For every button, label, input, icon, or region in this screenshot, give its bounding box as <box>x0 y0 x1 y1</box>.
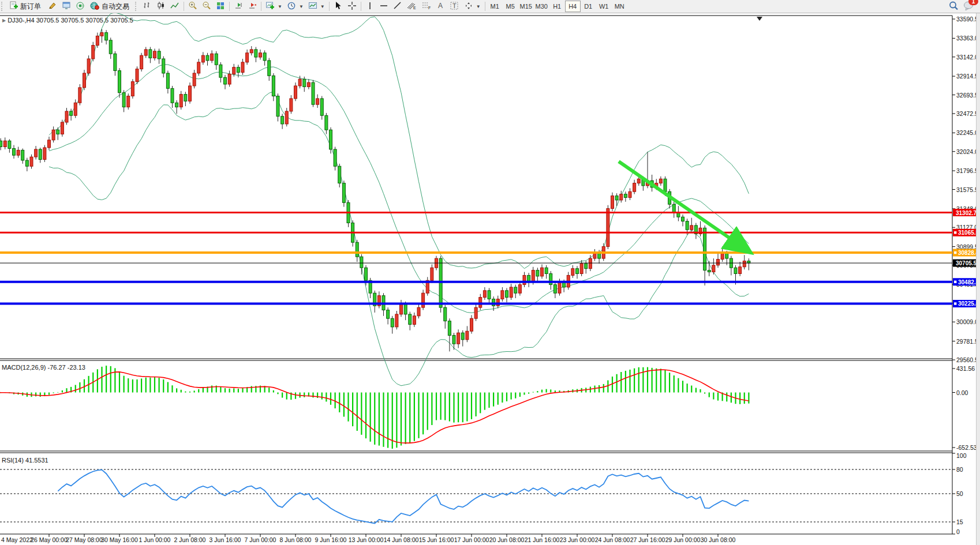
svg-text:33363.0: 33363.0 <box>956 35 978 42</box>
timeframe-group: M1M5M15M30H1H4D1W1MN <box>487 1 627 12</box>
chart-shift-button[interactable] <box>245 1 259 12</box>
terminal-button[interactable] <box>59 1 73 12</box>
toolbar-separator <box>261 2 261 11</box>
chart-symbol-title: ▶ DJ30-,H4 30705.5 30705.5 30705.5 30705… <box>2 17 133 24</box>
auto-trading-button[interactable]: 自动交易 <box>87 1 134 12</box>
zoom-out-button[interactable] <box>200 1 214 12</box>
toolbar-separator <box>229 2 230 11</box>
timeframe-button-h1[interactable]: H1 <box>549 1 565 12</box>
toolbar-grip <box>135 2 139 11</box>
svg-text:9 Jun 16:00: 9 Jun 16:00 <box>315 536 347 543</box>
cursor-button[interactable] <box>331 1 345 12</box>
timeframe-button-w1[interactable]: W1 <box>596 1 612 12</box>
svg-text:1 Jun 00:00: 1 Jun 00:00 <box>139 536 171 543</box>
svg-text:32024.0: 32024.0 <box>956 148 978 155</box>
arrows-icon <box>464 1 473 12</box>
svg-text:30 May 16:00: 30 May 16:00 <box>101 536 138 543</box>
trendline-icon <box>393 1 402 12</box>
svg-text:A: A <box>438 2 443 10</box>
svg-text:20 Jun 08:00: 20 Jun 08:00 <box>489 536 525 543</box>
horizontal-line-icon <box>379 1 388 12</box>
svg-text:32245.0: 32245.0 <box>956 129 978 136</box>
auto-trading-label: 自动交易 <box>102 2 129 12</box>
svg-text:80: 80 <box>956 466 963 473</box>
chart-shift-icon <box>248 1 257 12</box>
chart-title-text: DJ30-,H4 30705.5 30705.5 30705.5 30705.5 <box>8 17 133 24</box>
svg-text:E: E <box>413 6 416 10</box>
svg-text:2 Jun 08:00: 2 Jun 08:00 <box>174 536 206 543</box>
brush-icon <box>48 1 57 12</box>
svg-text:27 May 08:00: 27 May 08:00 <box>66 536 103 543</box>
svg-text:29560.5: 29560.5 <box>956 356 978 363</box>
templates-dropdown[interactable]: ▼ <box>306 1 327 12</box>
toolbar-separator <box>184 2 184 11</box>
svg-text:24 Jun 08:00: 24 Jun 08:00 <box>595 536 630 543</box>
timeframe-button-m1[interactable]: M1 <box>487 1 503 12</box>
svg-text:33142.0: 33142.0 <box>956 54 978 61</box>
svg-text:4 May 2022: 4 May 2022 <box>1 536 33 543</box>
auto-scroll-icon <box>234 1 243 12</box>
svg-text:-652.53: -652.53 <box>956 444 977 451</box>
signals-icon <box>76 1 85 12</box>
bar-chart-button[interactable] <box>140 1 154 12</box>
line-chart-button[interactable] <box>168 1 182 12</box>
fibonacci-button[interactable]: F <box>419 1 433 12</box>
timeframe-button-m5[interactable]: M5 <box>503 1 518 12</box>
vertical-scrollbar[interactable] <box>976 13 980 545</box>
signals-button[interactable] <box>73 1 87 12</box>
cursor-icon <box>334 1 343 12</box>
svg-text:32693.5: 32693.5 <box>956 92 978 99</box>
new-order-button[interactable]: 新订单 <box>6 1 46 12</box>
one-click-trading-arrow[interactable]: ▶ <box>2 18 6 23</box>
toolbar-separator <box>485 2 485 11</box>
toolbar-separator <box>361 2 361 11</box>
svg-text:0.00: 0.00 <box>956 389 968 396</box>
mt4-window: 新订单 自动交易 <box>0 0 980 545</box>
new-chart-dropdown[interactable]: ▼ <box>263 1 285 12</box>
period-dropdown[interactable]: ▼ <box>285 1 306 12</box>
equidistant-channel-button[interactable]: E <box>405 1 419 12</box>
price-chart-canvas[interactable]: 33590.533363.033142.032914.532693.532472… <box>0 13 980 545</box>
auto-scroll-button[interactable] <box>231 1 245 12</box>
timeframe-button-m30[interactable]: M30 <box>534 1 549 12</box>
text-button[interactable]: A <box>433 1 447 12</box>
svg-text:50: 50 <box>956 490 963 497</box>
notifications-button[interactable]: 1 <box>963 1 974 12</box>
timeframe-button-h4[interactable]: H4 <box>565 1 581 12</box>
auto-trading-icon <box>90 1 99 12</box>
brush-button[interactable] <box>46 1 59 12</box>
svg-text:431.56: 431.56 <box>956 365 975 372</box>
svg-text:30 Jun 08:00: 30 Jun 08:00 <box>701 536 736 543</box>
zoom-in-button[interactable] <box>186 1 200 12</box>
svg-text:29 Jun 00:00: 29 Jun 00:00 <box>665 536 701 543</box>
svg-text:32472.5: 32472.5 <box>956 110 978 117</box>
vertical-line-button[interactable] <box>363 1 377 12</box>
timeframe-button-m15[interactable]: M15 <box>518 1 534 12</box>
svg-text:23 Jun 00:00: 23 Jun 00:00 <box>560 536 595 543</box>
timeframe-button-d1[interactable]: D1 <box>581 1 596 12</box>
svg-text:33590.5: 33590.5 <box>956 16 978 22</box>
svg-text:13 Jun 00:00: 13 Jun 00:00 <box>349 536 384 543</box>
horizontal-line-button[interactable] <box>377 1 391 12</box>
text-label-button[interactable]: T <box>447 1 462 12</box>
tile-windows-button[interactable] <box>214 1 227 12</box>
fibonacci-icon: F <box>421 1 431 12</box>
zoom-in-icon <box>188 1 197 12</box>
timeframe-button-mn[interactable]: MN <box>612 1 627 12</box>
search-icon[interactable] <box>948 1 959 13</box>
svg-text:29781.5: 29781.5 <box>956 338 978 345</box>
tile-windows-icon <box>216 1 225 12</box>
candlestick-button[interactable] <box>154 1 168 12</box>
trendline-button[interactable] <box>391 1 405 12</box>
svg-text:100: 100 <box>956 452 967 459</box>
macd-indicator-label: MACD(12,26,9) -76.27 -23.13 <box>2 364 85 371</box>
chevron-down-icon: ▼ <box>299 4 304 9</box>
arrows-dropdown[interactable]: ▼ <box>462 1 483 12</box>
svg-text:31796.5: 31796.5 <box>956 167 978 174</box>
crosshair-icon <box>347 1 357 12</box>
template-chart-icon <box>308 1 317 12</box>
crosshair-button[interactable] <box>345 1 359 12</box>
text-label-icon: T <box>450 1 459 12</box>
notification-badge: 1 <box>968 0 978 5</box>
svg-text:7 Jun 00:00: 7 Jun 00:00 <box>245 536 276 543</box>
